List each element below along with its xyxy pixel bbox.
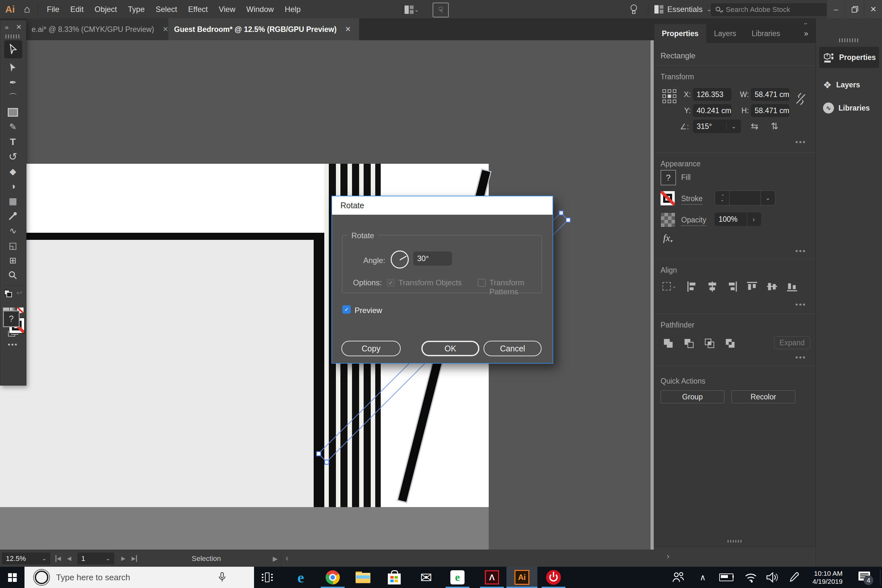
panel-resize-grip[interactable] [728, 540, 742, 543]
angle-dial[interactable] [391, 250, 409, 268]
scroll-right-icon[interactable]: › [667, 551, 669, 561]
show-desktop-divider[interactable] [880, 569, 880, 585]
rotate-tool[interactable]: ↺ [0, 149, 26, 164]
angle-input[interactable]: 30° [413, 252, 452, 266]
shape-builder-tool[interactable]: ◱ [0, 238, 26, 253]
illustrator-logo[interactable]: Ai [0, 4, 20, 15]
tray-wifi[interactable] [741, 567, 761, 588]
close-button[interactable]: ✕ [864, 0, 882, 18]
menu-select[interactable]: Select [150, 0, 183, 18]
tab-close-icon[interactable]: ✕ [345, 25, 351, 33]
toolbar-close-icon[interactable]: ✕ [16, 23, 22, 31]
panel-menu-icon[interactable]: » [796, 24, 816, 43]
taskbar-search-input[interactable] [56, 572, 199, 583]
fill-color-swatch[interactable]: ? [660, 170, 676, 185]
zoom-dropdown-icon[interactable]: ⌄ [38, 552, 50, 564]
taskbar-power-app[interactable] [542, 567, 566, 588]
panel-gutter[interactable] [651, 40, 654, 550]
menu-effect[interactable]: Effect [183, 0, 213, 18]
taskbar-illustrator-active[interactable]: Ai [507, 567, 537, 588]
artboard-number-field[interactable]: 1 [77, 552, 102, 564]
transform-objects-checkbox[interactable]: ✓ [387, 279, 394, 286]
taskbar-chrome[interactable] [321, 567, 345, 588]
scroll-left-icon[interactable]: ‹ [286, 553, 288, 563]
fill-swatch[interactable]: ? [3, 310, 20, 327]
zoom-level-field[interactable]: 12.5% [2, 552, 38, 564]
w-input[interactable]: 58.471 cm [751, 88, 789, 101]
y-input[interactable]: 40.241 cm [693, 104, 732, 117]
taskbar-evernote[interactable]: e [446, 567, 470, 588]
edit-toolbar-more-icon[interactable]: ••• [0, 339, 26, 350]
zoom-tool[interactable] [0, 268, 26, 283]
dialog-title[interactable]: Rotate [332, 196, 552, 215]
artboard-dropdown-icon[interactable]: ⌄ [102, 552, 114, 564]
flip-horizontal-icon[interactable]: ⇆ [751, 121, 758, 132]
artwork-gray-rectangle[interactable] [0, 239, 324, 507]
align-right-icon[interactable] [726, 281, 738, 292]
dock-grip[interactable] [839, 38, 859, 42]
stroke-color-swatch-none[interactable] [660, 191, 675, 206]
menu-object[interactable]: Object [89, 0, 122, 18]
taskbar-edge[interactable]: e [289, 567, 313, 588]
eyedropper-tool[interactable] [0, 208, 26, 224]
tray-clock[interactable]: 10:10 AM 4/19/2019 [803, 567, 852, 588]
pathfinder-more-options-icon[interactable]: ••• [795, 353, 806, 362]
adobe-stock-search[interactable]: ▾ [711, 3, 828, 16]
task-view-button[interactable] [255, 567, 279, 588]
stock-search-input[interactable] [725, 5, 814, 14]
align-center-vertical-icon[interactable] [766, 281, 778, 292]
next-artboard-icon[interactable]: ▶ [121, 555, 125, 562]
pathfinder-exclude-icon[interactable] [724, 338, 736, 349]
tab-layers[interactable]: Layers [706, 24, 744, 43]
tab-properties[interactable]: Properties [654, 24, 706, 43]
artwork-black-top-bar[interactable] [0, 233, 324, 240]
minimize-button[interactable]: – [826, 0, 845, 18]
stroke-label[interactable]: Stroke [681, 194, 702, 205]
link-dimensions-icon[interactable] [795, 93, 806, 107]
transform-more-options-icon[interactable]: ••• [795, 138, 806, 147]
eraser-tool[interactable]: ◆ [0, 164, 26, 179]
pathfinder-intersect-icon[interactable] [704, 338, 716, 349]
reference-point-locator[interactable] [663, 89, 676, 103]
tray-volume[interactable] [762, 567, 782, 588]
tray-show-hidden-icons[interactable]: ∧ [694, 567, 712, 588]
dock-item-layers[interactable]: ❖ Layers [819, 76, 879, 93]
selection-tool[interactable] [4, 40, 22, 58]
pathfinder-unite-icon[interactable] [663, 338, 674, 349]
menu-type[interactable]: Type [123, 0, 150, 18]
recolor-button[interactable]: Recolor [732, 390, 795, 403]
workspace-switcher[interactable]: Essentials ⌄ [654, 0, 711, 18]
group-button[interactable]: Group [660, 390, 724, 403]
menu-edit[interactable]: Edit [65, 0, 89, 18]
tray-action-center[interactable]: 4 [854, 567, 876, 588]
tab-close-icon[interactable]: ✕ [162, 25, 168, 33]
taskbar-file-explorer[interactable] [351, 567, 375, 588]
ok-button[interactable]: OK [422, 341, 479, 356]
tab-document-1[interactable]: e.ai* @ 8.33% (CMYK/GPU Preview) ✕ [26, 18, 179, 40]
mesh-tool[interactable]: ▦ [0, 194, 26, 208]
taskbar-mail[interactable]: ✉ [414, 567, 438, 588]
curvature-tool[interactable]: ⌒ [0, 90, 26, 105]
lightbulb-discover-icon[interactable] [628, 3, 640, 15]
taskbar-search[interactable] [24, 567, 254, 588]
taskbar-store[interactable] [382, 567, 406, 588]
opacity-combo[interactable]: 100% › [715, 213, 761, 226]
cancel-button[interactable]: Cancel [483, 341, 542, 356]
appearance-more-options-icon[interactable]: ••• [795, 247, 806, 256]
fill-stroke-mini-icon[interactable] [4, 290, 11, 296]
dock-item-libraries[interactable]: ∿ Libraries [819, 100, 879, 116]
tab-document-2-active[interactable]: Guest Bedroom* @ 12.5% (RGB/GPU Preview)… [168, 18, 359, 40]
tray-battery[interactable] [716, 567, 736, 588]
menu-file[interactable]: File [41, 0, 65, 18]
toolbar-expand-icon[interactable]: » [5, 23, 9, 31]
toolbar-grip[interactable] [6, 34, 21, 38]
opacity-swatch[interactable] [660, 213, 675, 227]
touch-workspace-icon[interactable]: ☟ [433, 3, 449, 17]
flip-vertical-icon[interactable]: ⇅ [771, 121, 778, 132]
h-input[interactable]: 58.471 cm [751, 104, 789, 117]
rectangle-tool[interactable] [0, 105, 26, 120]
menu-view[interactable]: View [213, 0, 241, 18]
menu-help[interactable]: Help [279, 0, 306, 18]
start-button[interactable] [0, 567, 24, 588]
pathfinder-minus-front-icon[interactable] [683, 338, 695, 349]
